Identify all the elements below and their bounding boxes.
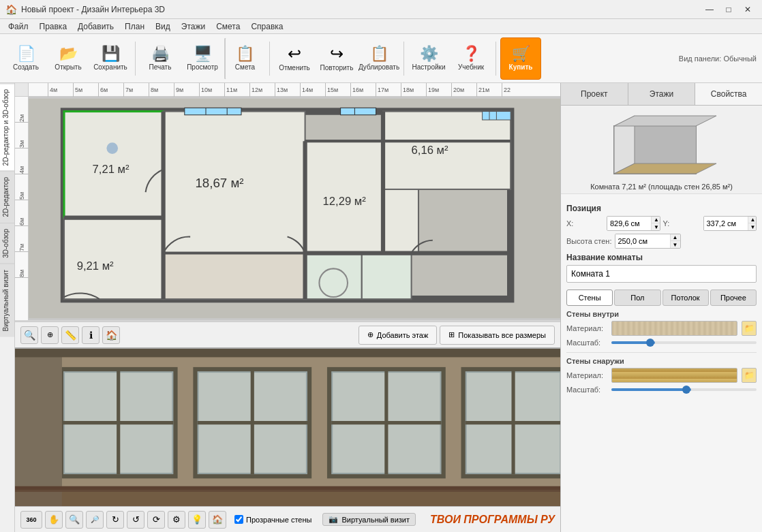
rotate-cw-button[interactable]: ↻ — [106, 511, 124, 529]
settings-3d-button[interactable]: ⚙ — [168, 511, 185, 529]
menu-floors[interactable]: Этажи — [176, 20, 211, 33]
sidebar-item-3d[interactable]: 3D-обзор — [0, 223, 14, 264]
sidebar-item-2d3d[interactable]: 2D-редактор и 3D-обзор — [0, 83, 14, 171]
maximize-button[interactable]: □ — [720, 2, 737, 17]
close-button[interactable]: ✕ — [739, 2, 757, 17]
home-2d-button[interactable]: 🏠 — [102, 326, 120, 344]
redo-button[interactable]: ↪ Повторить — [316, 37, 357, 80]
reset-3d-button[interactable]: ⟳ — [147, 511, 165, 529]
sub-tab-ceiling[interactable]: Потолок — [662, 290, 709, 306]
y-spin-down[interactable]: ▼ — [748, 223, 757, 230]
zoom-in-3d-button[interactable]: 🔍 — [65, 511, 83, 529]
preview-label: Просмотр — [187, 63, 218, 71]
zoom-out-3d-button[interactable]: 🔎 — [86, 511, 104, 529]
height-spin-up[interactable]: ▲ — [671, 234, 680, 241]
svg-rect-5 — [64, 218, 164, 300]
height-spin-down[interactable]: ▼ — [671, 241, 680, 248]
view360-button[interactable]: 360 — [20, 511, 42, 529]
zoom-in-button[interactable]: ⊕ — [41, 326, 59, 344]
height-input[interactable] — [615, 234, 670, 248]
y-input[interactable] — [704, 217, 748, 230]
properties-panel: Позиция X: ▲ ▼ Y: ▲ ▼ — [561, 194, 762, 532]
open-button[interactable]: 📂 Открыть — [48, 37, 89, 80]
create-button[interactable]: 📄 Создать — [5, 37, 46, 80]
info-button[interactable]: ℹ — [82, 326, 100, 344]
x-spin-up[interactable]: ▲ — [652, 217, 660, 223]
material-inside-swatch[interactable] — [611, 321, 737, 336]
room-name-section-title: Название комнаты — [566, 253, 757, 262]
menu-edit[interactable]: Правка — [34, 20, 73, 33]
menu-add[interactable]: Добавить — [72, 20, 119, 33]
x-spinner: ▲ ▼ — [651, 217, 660, 230]
scale-outside-slider[interactable] — [611, 388, 757, 391]
menu-estimate[interactable]: Смета — [211, 20, 245, 33]
sidebar-item-virtual[interactable]: Виртуальный визит — [0, 264, 14, 337]
undo-button[interactable]: ↩ Отменить — [274, 37, 315, 80]
ruler-mark: 21м — [476, 83, 489, 97]
menu-view[interactable]: Вид — [150, 20, 176, 33]
open-icon: 📂 — [59, 46, 78, 61]
ruler-horizontal: 4м 5м 6м 7м 8м 9м 10м 11м 12м 13м 14м 15… — [29, 83, 560, 97]
floorplan-area[interactable]: 4м 5м 6м 7м 8м 9м 10м 11м 12м 13м 14м 15… — [15, 83, 560, 349]
svg-text:7,21 м²: 7,21 м² — [93, 163, 129, 176]
view3d-area[interactable]: 360 ✋ 🔍 🔎 ↻ ↺ ⟳ ⚙ 💡 🏠 Прозрачные стены 📷… — [15, 349, 560, 532]
ruler-mark: 10м — [199, 83, 212, 97]
transparent-walls-checkbox[interactable] — [234, 515, 243, 524]
print-button[interactable]: 🖨️ Печать — [140, 37, 181, 80]
toolbar: 📄 Создать 📂 Открыть 💾 Сохранить 🖨️ Печат… — [0, 34, 762, 83]
add-floor-button[interactable]: ⊕ Добавить этаж — [359, 326, 437, 345]
ruler-mark-v: 5м — [15, 188, 29, 200]
material-outside-swatch[interactable] — [611, 368, 737, 383]
scale-inside-slider[interactable] — [611, 341, 757, 344]
ruler-mark: 17м — [376, 83, 388, 97]
preview-button[interactable]: 🖥️ Просмотр — [182, 37, 223, 80]
hand-tool-button[interactable]: ✋ — [45, 511, 63, 529]
menu-plan[interactable]: План — [119, 20, 150, 33]
ruler-mark: 19м — [426, 83, 439, 97]
tab-project[interactable]: Проект — [561, 83, 628, 105]
scale-inside-thumb[interactable] — [646, 339, 654, 347]
ruler-mark: 20м — [451, 83, 464, 97]
height-input-group: ▲ ▼ — [615, 234, 681, 249]
light-button[interactable]: 💡 — [188, 511, 206, 529]
material-outside-folder-button[interactable]: 📁 — [742, 368, 757, 383]
tab-floors[interactable]: Этажи — [628, 83, 696, 105]
measure-button[interactable]: 📏 — [61, 326, 79, 344]
transparent-walls-toggle[interactable]: Прозрачные стены — [234, 515, 311, 524]
virtual-visit-button[interactable]: 📷 Виртуальный визит — [322, 513, 416, 526]
settings-button[interactable]: ⚙️ Настройки — [408, 37, 449, 80]
tutorial-button[interactable]: ❓ Учебник — [451, 37, 491, 80]
room-name-input[interactable] — [566, 265, 757, 283]
rotate-ccw-button[interactable]: ↺ — [127, 511, 144, 529]
duplicate-button[interactable]: 📋 Дублировать — [359, 37, 399, 80]
y-spin-up[interactable]: ▲ — [748, 217, 757, 223]
floorplan-canvas[interactable]: 7,21 м² 9,21 м² 18,67 м² 12,29 м² 6,16 м… — [29, 97, 560, 320]
sub-tab-floor[interactable]: Пол — [614, 290, 660, 306]
menu-help[interactable]: Справка — [245, 20, 288, 33]
redo-label: Повторить — [320, 64, 354, 72]
menu-file[interactable]: Файл — [3, 20, 34, 33]
save-button[interactable]: 💾 Сохранить — [90, 37, 131, 80]
zoom-out-button[interactable]: 🔍 — [20, 326, 38, 344]
minimize-button[interactable]: — — [701, 2, 718, 17]
x-input[interactable] — [607, 217, 651, 230]
sub-tab-other[interactable]: Прочее — [710, 290, 757, 306]
sub-tab-walls[interactable]: Стены — [566, 290, 613, 306]
room-preview-svg — [600, 112, 723, 187]
room-preview: Комната 7,21 м² (площадь стен 26,85 м²) — [561, 106, 762, 194]
undo-icon: ↩ — [288, 46, 301, 62]
material-inside-folder-button[interactable]: 📁 — [742, 321, 757, 336]
height-spinner: ▲ ▼ — [670, 234, 680, 248]
buy-button[interactable]: 🛒 Купить — [500, 37, 541, 80]
show-sizes-button[interactable]: ⊞ Показывать все размеры — [440, 326, 555, 345]
settings-icon: ⚙️ — [420, 46, 438, 61]
sidebar-spacer — [0, 337, 14, 532]
estimate-button[interactable]: 📋 Смета — [224, 37, 265, 80]
show-sizes-icon: ⊞ — [448, 330, 455, 339]
camera-icon: 📷 — [329, 515, 338, 524]
x-spin-down[interactable]: ▼ — [652, 223, 660, 230]
sidebar-item-2d[interactable]: 2D-редактор — [0, 171, 14, 223]
tab-properties[interactable]: Свойства — [695, 83, 762, 105]
home-3d-button[interactable]: 🏠 — [209, 511, 226, 529]
scale-outside-thumb[interactable] — [682, 386, 690, 394]
